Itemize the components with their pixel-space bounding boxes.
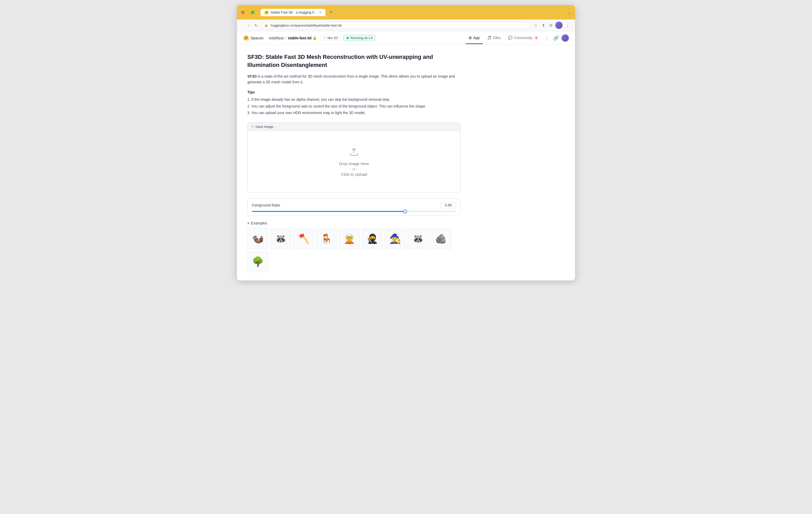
- title-bar: 🤗 Stable Fast 3D - a Hugging F... ✕ + ⌄: [237, 5, 575, 20]
- foreground-ratio-label: Foreground Ratio: [252, 203, 280, 207]
- minimize-traffic-light[interactable]: [246, 11, 250, 14]
- running-label: Running on L4: [351, 36, 373, 40]
- hf-nav: 🤗 Spaces stabilityai / stable-fast-3d 🔒 …: [237, 31, 575, 45]
- tree-emoji: 🌳: [252, 256, 264, 267]
- raccoon-emoji: 🦝: [275, 233, 287, 244]
- desc-rest: is a state-of-the-art method for 3D mesh…: [248, 74, 455, 84]
- examples-header: ≡ Examples: [248, 221, 461, 225]
- forward-button[interactable]: ›: [247, 22, 251, 29]
- extensions-button[interactable]: ⧉: [548, 22, 553, 29]
- heart-icon: ♡: [323, 36, 326, 40]
- tab-community[interactable]: 💬 Community 1: [505, 32, 542, 44]
- running-badge: ✱ Running on L4: [343, 35, 376, 41]
- example-raccoon[interactable]: 🦝: [270, 228, 291, 249]
- tab-expand-button[interactable]: ⌄: [568, 10, 571, 15]
- tip-3: 3. You can upload your own HDR environme…: [248, 110, 461, 116]
- tips-section: Tips 1. If the image already has an alph…: [248, 90, 461, 116]
- like-button[interactable]: ♡ like 63: [320, 35, 341, 41]
- input-image-container: ⊡ Input Image Drop Image Here - or - Cli…: [248, 123, 461, 193]
- page-title: SF3D: Stable Fast 3D Mesh Reconstruction…: [248, 53, 461, 69]
- axe-emoji: 🪓: [298, 233, 310, 244]
- profile-avatar[interactable]: [555, 22, 562, 29]
- slider-thumb[interactable]: [403, 210, 407, 213]
- examples-grid: 🦦 🦝 🪓 🪑 🧝 🥷 🧙: [248, 228, 461, 272]
- share-button[interactable]: ⬆: [541, 22, 546, 29]
- more-menu-button[interactable]: ⋮: [543, 34, 551, 43]
- like-count: 63: [334, 36, 338, 40]
- files-icon: 🎵: [487, 36, 492, 40]
- repo-name[interactable]: stable-fast-3d: [288, 36, 312, 40]
- drop-zone[interactable]: Drop Image Here - or - Click to Upload: [248, 131, 460, 193]
- examples-section: ≡ Examples 🦦 🦝 🪓 🪑 🧝: [248, 221, 461, 272]
- otter-emoji: 🦦: [252, 233, 264, 244]
- community-icon: 💬: [508, 36, 512, 40]
- example-ninja[interactable]: 🥷: [362, 228, 383, 249]
- example-tree[interactable]: 🌳: [248, 251, 268, 272]
- community-tab-label: Community: [514, 36, 532, 40]
- breadcrumb: stabilityai / stable-fast-3d 🔒: [269, 36, 317, 40]
- main-content: SF3D: Stable Fast 3D Mesh Reconstruction…: [237, 45, 471, 280]
- close-traffic-light[interactable]: [241, 11, 244, 14]
- input-image-header: ⊡ Input Image: [248, 123, 460, 131]
- examples-list-icon: ≡: [248, 221, 250, 225]
- rocks-emoji: 🪨: [435, 233, 447, 244]
- ratio-header: Foreground Ratio 0.85: [252, 202, 456, 208]
- link-icon-button[interactable]: 🔗: [552, 34, 560, 43]
- click-upload-text: Click to Upload: [341, 172, 367, 177]
- files-tab-label: Files: [493, 36, 501, 40]
- example-otter[interactable]: 🦦: [248, 228, 268, 249]
- address-text: huggingface.co/spaces/stabilityai/stable…: [271, 23, 342, 27]
- active-tab[interactable]: 🤗 Stable Fast 3D - a Hugging F... ✕: [261, 9, 325, 16]
- example-chair[interactable]: 🪑: [316, 228, 337, 249]
- elf-emoji: 🧝: [344, 233, 355, 244]
- new-tab-button[interactable]: +: [327, 8, 335, 17]
- lock-icon: 🔒: [264, 23, 268, 27]
- example-rocks[interactable]: 🪨: [431, 228, 451, 249]
- running-icon: ✱: [346, 36, 349, 40]
- app-icon: ⊞: [469, 36, 472, 40]
- desc-bold: SF3D: [248, 74, 257, 78]
- address-bar: ‹ › ↻ 🔒 huggingface.co/spaces/stabilitya…: [237, 20, 575, 31]
- community-badge: 1: [534, 36, 539, 39]
- tab-title: Stable Fast 3D - a Hugging F...: [270, 10, 317, 14]
- foreground-ratio-value: 0.85: [441, 202, 456, 208]
- or-text: - or -: [350, 167, 358, 171]
- address-actions: ☆ ⬆ ⧉ ⋮: [533, 22, 571, 29]
- hf-logo: 🤗: [243, 35, 249, 41]
- foreground-ratio-container: Foreground Ratio 0.85: [248, 198, 461, 216]
- tab-files[interactable]: 🎵 Files: [484, 32, 504, 44]
- refresh-button[interactable]: ↻: [253, 22, 259, 29]
- like-label: like: [328, 36, 333, 40]
- tab-bar: 🤗 Stable Fast 3D - a Hugging F... ✕ +: [261, 8, 564, 17]
- back-button[interactable]: ‹: [241, 22, 244, 29]
- upload-icon: [349, 147, 359, 158]
- chair-emoji: 🪑: [321, 233, 332, 244]
- page-description: SF3D is a state-of-the-art method for 3D…: [248, 74, 461, 85]
- bookmark-button[interactable]: ☆: [533, 22, 539, 29]
- org-name[interactable]: stabilityai: [269, 36, 284, 40]
- slider-track[interactable]: [252, 211, 456, 212]
- hf-nav-right: ⊞ App 🎵 Files 💬 Community 1 ⋮ 🔗: [466, 32, 569, 44]
- tip-2: 2. You can adjust the foreground ratio t…: [248, 103, 461, 110]
- slider-fill: [252, 211, 405, 212]
- example-wizard[interactable]: 🧙: [385, 228, 405, 249]
- wizard-emoji: 🧙: [389, 233, 401, 244]
- user-avatar[interactable]: [561, 34, 569, 42]
- input-image-label: Input Image: [255, 125, 273, 129]
- address-input-wrapper[interactable]: 🔒 huggingface.co/spaces/stabilityai/stab…: [261, 22, 530, 29]
- spaces-link[interactable]: 🤗 Spaces: [243, 35, 263, 41]
- browser-menu-button[interactable]: ⋮: [564, 22, 571, 29]
- tab-app[interactable]: ⊞ App: [466, 32, 483, 44]
- app-tab-label: App: [473, 36, 480, 40]
- tab-close-button[interactable]: ✕: [319, 10, 322, 14]
- spaces-label: Spaces: [251, 36, 263, 40]
- drop-text: Drop Image Here: [339, 161, 369, 166]
- repo-lock-icon: 🔒: [313, 36, 317, 40]
- browser-window: 🤗 Stable Fast 3D - a Hugging F... ✕ + ⌄ …: [237, 5, 575, 280]
- tips-list: 1. If the image already has an alpha cha…: [248, 96, 461, 116]
- example-raccoon2[interactable]: 🦝: [408, 228, 428, 249]
- example-elf[interactable]: 🧝: [339, 228, 360, 249]
- example-axe[interactable]: 🪓: [293, 228, 314, 249]
- fullscreen-traffic-light[interactable]: [251, 11, 254, 14]
- breadcrumb-separator: /: [285, 36, 286, 40]
